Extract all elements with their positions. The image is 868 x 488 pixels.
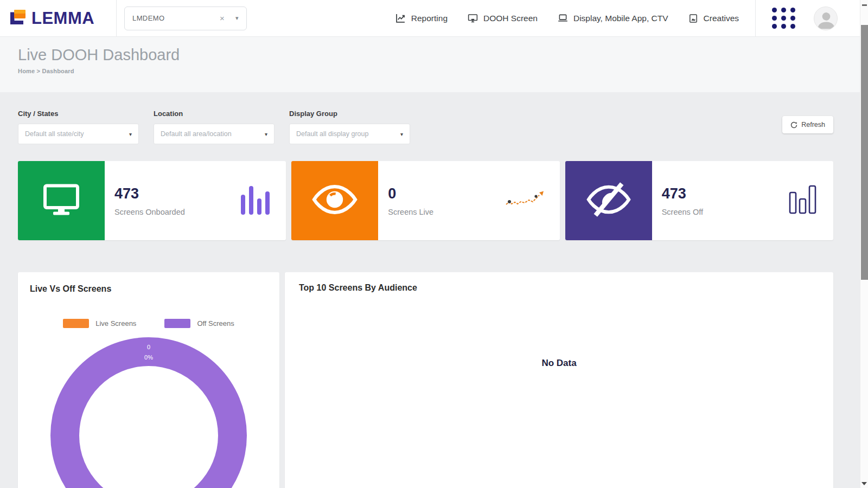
legend-item-off-screens[interactable]: Off Screens bbox=[164, 319, 234, 328]
filter-city-states: City / States Default all state/city ▾ bbox=[18, 110, 139, 144]
account-select-value: LMDEMO bbox=[132, 14, 164, 22]
page-header: Live DOOH Dashboard Home > Dashboard bbox=[0, 37, 868, 92]
stat-label: Screens Off bbox=[662, 208, 703, 216]
donut-label-value: 0 bbox=[50, 342, 247, 352]
user-avatar[interactable] bbox=[814, 7, 838, 30]
donut-chart: 0 0% bbox=[50, 337, 247, 488]
refresh-area: Refresh bbox=[782, 110, 833, 133]
stat-label: Screens Live bbox=[388, 208, 433, 216]
filters-row: City / States Default all state/city ▾ L… bbox=[18, 110, 833, 144]
select-placeholder: Default all state/city bbox=[25, 130, 84, 138]
filter-label: Location bbox=[154, 110, 275, 118]
stat-body: 473 Screens Onboarded bbox=[105, 161, 185, 240]
nav-item-dooh-screen[interactable]: DOOH Screen bbox=[467, 12, 538, 24]
city-states-select[interactable]: Default all state/city ▾ bbox=[18, 124, 139, 144]
nav-label: DOOH Screen bbox=[483, 14, 538, 23]
donut-legend: Live Screens Off Screens bbox=[30, 319, 267, 328]
nav-label: Display, Mobile App, CTV bbox=[573, 14, 668, 23]
stat-value: 473 bbox=[114, 185, 185, 202]
legend-label: Live Screens bbox=[95, 319, 136, 328]
bar-chart-icon bbox=[240, 184, 271, 217]
no-data-message: No Data bbox=[285, 358, 833, 369]
scroll-up-icon[interactable] bbox=[862, 4, 867, 6]
scrollbar-thumb[interactable] bbox=[861, 25, 868, 280]
green-tile bbox=[18, 161, 105, 240]
stat-card-screens-off: 473 Screens Off bbox=[565, 161, 833, 240]
nav-item-reporting[interactable]: Reporting bbox=[395, 12, 448, 24]
refresh-button[interactable]: Refresh bbox=[782, 116, 833, 133]
select-placeholder: Default all area/location bbox=[161, 130, 232, 138]
chart-line-icon bbox=[395, 12, 406, 24]
account-select[interactable]: LMDEMO × ▾ bbox=[124, 7, 247, 30]
select-placeholder: Default all display group bbox=[296, 130, 368, 138]
bar-outline-icon bbox=[789, 185, 818, 216]
lemma-logo-icon bbox=[9, 9, 27, 28]
nav-label: Reporting bbox=[411, 14, 448, 23]
main-nav: Reporting DOOH Screen Display, Mobile Ap… bbox=[395, 12, 739, 24]
stat-body: 473 Screens Off bbox=[652, 161, 703, 240]
sparkline-icon bbox=[505, 190, 545, 211]
top-navbar: LEMMA LMDEMO × ▾ Reporting bbox=[0, 0, 868, 37]
brand-name: LEMMA bbox=[31, 9, 94, 28]
monitor-icon bbox=[40, 180, 82, 221]
nav-item-display-mobile-ctv[interactable]: Display, Mobile App, CTV bbox=[557, 12, 668, 24]
refresh-label: Refresh bbox=[801, 121, 825, 129]
legend-item-live-screens[interactable]: Live Screens bbox=[63, 319, 136, 328]
live-vs-off-screens-card: Live Vs Off Screens Live Screens Off Scr… bbox=[18, 272, 279, 488]
stat-value: 473 bbox=[662, 185, 703, 202]
donut-label-percent: 0% bbox=[50, 352, 247, 363]
stat-card-screens-onboarded: 473 Screens Onboarded bbox=[18, 161, 286, 240]
charts-row: Live Vs Off Screens Live Screens Off Scr… bbox=[18, 272, 833, 488]
filter-display-group: Display Group Default all display group … bbox=[289, 110, 410, 144]
clear-icon[interactable]: × bbox=[220, 14, 225, 23]
refresh-icon bbox=[790, 121, 797, 129]
chevron-down-icon: ▾ bbox=[129, 131, 132, 137]
donut-data-label: 0 0% bbox=[50, 342, 247, 362]
lemma-logo[interactable]: LEMMA bbox=[9, 9, 116, 28]
filter-label: Display Group bbox=[289, 110, 410, 118]
legend-label: Off Screens bbox=[197, 319, 234, 328]
nav-item-creatives[interactable]: Creatives bbox=[688, 13, 739, 24]
stat-body: 0 Screens Live bbox=[378, 161, 433, 240]
stat-label: Screens Onboarded bbox=[114, 208, 185, 216]
chart-title: Live Vs Off Screens bbox=[30, 284, 267, 294]
breadcrumb[interactable]: Home > Dashboard bbox=[18, 68, 868, 74]
chart-title: Top 10 Screens By Audience bbox=[299, 283, 819, 293]
eye-icon bbox=[311, 183, 358, 219]
filter-label: City / States bbox=[18, 110, 139, 118]
chevron-down-icon: ▾ bbox=[235, 15, 239, 22]
top-10-screens-card: Top 10 Screens By Audience No Data bbox=[285, 272, 833, 488]
legend-swatch-orange bbox=[63, 319, 89, 328]
legend-swatch-purple bbox=[164, 319, 190, 328]
indigo-tile bbox=[565, 161, 652, 240]
location-select[interactable]: Default all area/location ▾ bbox=[154, 124, 275, 144]
eye-off-icon bbox=[586, 182, 631, 220]
chevron-down-icon: ▾ bbox=[400, 131, 403, 137]
orange-tile bbox=[291, 161, 378, 240]
page-title: Live DOOH Dashboard bbox=[18, 46, 868, 64]
apps-grid-icon[interactable] bbox=[772, 8, 795, 29]
nav-label: Creatives bbox=[704, 14, 739, 23]
header-divider bbox=[755, 0, 756, 36]
creative-file-icon bbox=[688, 13, 699, 24]
page-scrollbar[interactable] bbox=[860, 0, 868, 488]
dashboard-content: City / States Default all state/city ▾ L… bbox=[0, 92, 868, 488]
stat-card-screens-live: 0 Screens Live bbox=[291, 161, 559, 240]
scroll-down-icon[interactable] bbox=[861, 482, 867, 485]
filter-location: Location Default all area/location ▾ bbox=[154, 110, 275, 144]
stats-row: 473 Screens Onboarded bbox=[18, 161, 833, 240]
header-divider bbox=[116, 0, 117, 36]
monitor-icon bbox=[467, 12, 478, 24]
laptop-icon bbox=[557, 12, 569, 24]
chevron-down-icon: ▾ bbox=[265, 131, 267, 137]
display-group-select[interactable]: Default all display group ▾ bbox=[289, 124, 410, 144]
stat-value: 0 bbox=[388, 185, 433, 202]
